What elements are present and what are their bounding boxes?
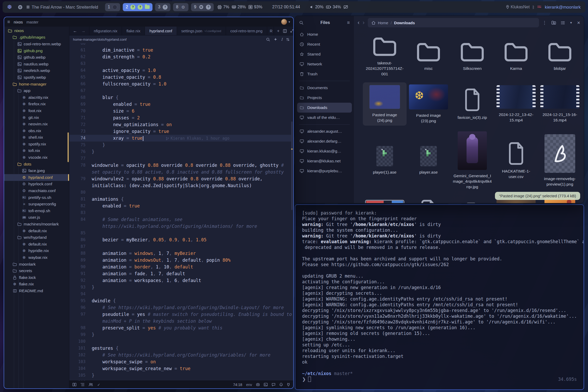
tree-item-cool-retro-term-webp[interactable]: cool-retro-term.webp xyxy=(4,41,69,47)
code-line[interactable]: 77 xyxy=(69,155,291,162)
code-line[interactable]: 61dim_inactive = true xyxy=(69,47,291,53)
tree-item-neovim-nix[interactable]: ❆neovim.nix xyxy=(4,121,69,127)
code-line[interactable]: 88animation = windows, 1, 7, myBezier xyxy=(69,250,291,257)
tree-item-github-png[interactable]: github.png xyxy=(4,47,69,54)
file-item[interactable]: Gemini_Generated_Image_4rqv8k4rqv8k4rqv.… xyxy=(450,129,494,192)
code-line[interactable]: 84# Some default animations, see xyxy=(69,216,291,223)
code-line[interactable]: 80 xyxy=(69,189,291,196)
sidebar-item-recent[interactable]: Recent xyxy=(297,39,352,49)
file-item[interactable]: favicon_io(3).zip xyxy=(450,85,494,123)
tree-item-spotify-nix[interactable]: ❆spotify.nix xyxy=(4,141,69,148)
tree-item-sunpaperconfig[interactable]: ≡sunpaperconfig xyxy=(4,201,69,207)
code-line[interactable]: 97pseudotile = yes # master switch for p… xyxy=(69,311,291,318)
tree-item-foot-nix[interactable]: ❆foot.nix xyxy=(4,107,69,114)
workspace-pill[interactable]: 2?? xyxy=(123,3,152,11)
view-options-chevron[interactable]: ▼ xyxy=(569,21,572,24)
file-item[interactable]: 2024-12-21_15-16-16.mp4 xyxy=(538,83,582,125)
keyboard-layout-icon[interactable] xyxy=(538,6,542,8)
file-item[interactable]: blobjar xyxy=(538,39,582,74)
sidebar-item-home[interactable]: Home xyxy=(297,29,352,39)
tree-item-tofi-emoji-sh[interactable]: >_tofi-emoji.sh xyxy=(4,207,69,214)
avatar[interactable] xyxy=(281,19,287,25)
tree-item-macchiato-conf[interactable]: ⚙macchiato.conf xyxy=(4,187,69,194)
file-item[interactable]: takeout-20241207T155714Z-001 xyxy=(363,33,407,79)
search-icon[interactable] xyxy=(266,38,270,41)
code-line[interactable]: 63 xyxy=(69,60,291,67)
sidebar-item-documents[interactable]: Documents xyxy=(297,83,352,93)
workspace-pill[interactable]: 8⚙ xyxy=(173,3,188,11)
tree-item-face-jpeg[interactable]: face.jpeg xyxy=(4,167,69,174)
diff-panes-icon[interactable] xyxy=(72,383,76,386)
diagnostics-check[interactable]: ✓ xyxy=(97,383,100,387)
tree-item-moonlark[interactable]: moonlark xyxy=(4,261,69,268)
nav-back-icon[interactable]: ← xyxy=(73,29,77,33)
tree-item-hypridle-nix[interactable]: ❆hypridle.nix xyxy=(4,248,69,254)
tree-item-nixos[interactable]: nixos xyxy=(4,27,69,34)
tree-item-default-nix[interactable]: ❆default.nix xyxy=(4,241,69,248)
code-line[interactable]: 85 xyxy=(69,230,291,236)
sidebar-account[interactable]: kieran@purplebu… xyxy=(297,166,352,176)
code-line[interactable]: 76} xyxy=(69,148,291,155)
list-view-icon[interactable] xyxy=(561,21,565,24)
menu-icon[interactable]: ≡ xyxy=(347,20,350,26)
code-line[interactable]: 64active_opacity = 1.0 xyxy=(69,67,291,74)
code-line[interactable]: 78windowrule = opacity 0.88 override 0.8… xyxy=(69,162,291,169)
chevron-down-icon[interactable]: ▾ xyxy=(289,20,290,24)
tree-item-home-manager[interactable]: home-manager xyxy=(4,81,69,88)
tab-flake-nix[interactable]: flake.nix xyxy=(122,27,145,35)
now-playing-title[interactable]: The Final Arrow - Marc Streitenfeld xyxy=(32,5,98,10)
sidebar-item-network[interactable]: Network xyxy=(297,59,352,69)
code-line[interactable]: 98preserve_split = yes # you probably wa… xyxy=(69,324,291,331)
code-line[interactable]: 96# See https://wiki.hyprland.org/Config… xyxy=(69,304,291,311)
tree-item-shell-nix[interactable]: ❆shell.nix xyxy=(4,134,69,141)
extensions-plug-icon[interactable] xyxy=(287,383,290,387)
tree-item-waybar-nix[interactable]: ❆waybar.nix xyxy=(4,254,69,261)
tree-item-firefox-nix[interactable]: ❆firefox.nix xyxy=(4,101,69,108)
code-line[interactable]: https://wiki.hyprland.org/Configuring/An… xyxy=(69,223,291,230)
sidebar-item-projects[interactable]: Projects xyxy=(297,93,352,103)
file-item[interactable]: Pasted image (23).png xyxy=(407,82,450,126)
sidebar-item-vault-of-the-eldu-[interactable]: vault of the eldu… xyxy=(297,113,352,123)
code-line[interactable]: 92animation = workspaces, 1, 6, default xyxy=(69,277,291,284)
tree-item-wm-hyprland[interactable]: wm/hyprland xyxy=(4,234,69,241)
nav-forward-icon[interactable]: → xyxy=(81,29,85,33)
code-line[interactable]: 103workspace_swipe = on xyxy=(69,358,291,365)
sort-icon[interactable] xyxy=(286,38,290,41)
collab-icon[interactable] xyxy=(89,383,93,386)
workspace-pill[interactable]: 3? xyxy=(155,3,170,11)
code-line[interactable]: 90animation = border, 1, 10, default xyxy=(69,264,291,270)
tab-cool-retro-term-png[interactable]: cool-retro-term.png xyxy=(226,27,267,35)
terminal-icon[interactable] xyxy=(264,383,268,386)
file-item[interactable]: misc xyxy=(407,39,450,74)
tree-item-vscode-nix[interactable]: ❆vscode.nix xyxy=(4,154,69,161)
code-line[interactable]: 71passes = 2 xyxy=(69,114,291,121)
tree-item-hyprland-conf[interactable]: ⚙hyprland.conf xyxy=(4,174,69,181)
cursor-position[interactable]: 74:18 xyxy=(233,383,242,387)
sidebar-account[interactable]: alexander.defarg… xyxy=(297,136,352,146)
file-item[interactable]: HACKATIME-1-user.csv xyxy=(494,139,538,182)
code-line[interactable]: 105} xyxy=(69,372,291,379)
sidebar-account[interactable]: kieran.klukas@g… xyxy=(297,146,352,156)
breadcrumb[interactable]: home-manager/dots/hyprland.conf I xyxy=(69,35,293,43)
panel-scrollbar[interactable] xyxy=(68,132,69,162)
code-line[interactable]: 89animation = windowsOut, 1, 7, default,… xyxy=(69,257,291,264)
tree-item-hyprlock-conf[interactable]: ⚙hyprlock.conf xyxy=(4,181,69,188)
code-line[interactable]: 87 xyxy=(69,243,291,250)
bell-icon[interactable] xyxy=(279,383,283,387)
tree-item-readme-md[interactable]: README.md xyxy=(4,287,69,294)
folder-search-icon[interactable] xyxy=(551,21,556,25)
chat-icon[interactable] xyxy=(272,383,275,387)
wifi-network[interactable]: KlukasNet xyxy=(506,5,530,9)
code-line[interactable]: 106 xyxy=(69,379,291,381)
code-line[interactable]: 62dim_strength = 0.2 xyxy=(69,53,291,60)
code-line[interactable]: 70size = 6 xyxy=(69,108,291,114)
code-line[interactable]: 82enabled = true xyxy=(69,203,291,209)
tab-settings-json[interactable]: settings.json~/.config/zed xyxy=(177,27,226,35)
code-line[interactable]: 83 xyxy=(69,209,291,216)
tab-nfiguration-nix[interactable]: nfiguration.nix xyxy=(89,27,122,35)
code-line[interactable]: set opacity to 0.88 active, 0.8 inactive… xyxy=(69,169,291,175)
back-icon[interactable]: ‹ xyxy=(358,19,359,26)
tab-r[interactable]: R xyxy=(267,27,274,35)
file-item[interactable]: Pasted image (24).png xyxy=(363,82,407,126)
code-line[interactable]: 81animations { xyxy=(69,196,291,203)
